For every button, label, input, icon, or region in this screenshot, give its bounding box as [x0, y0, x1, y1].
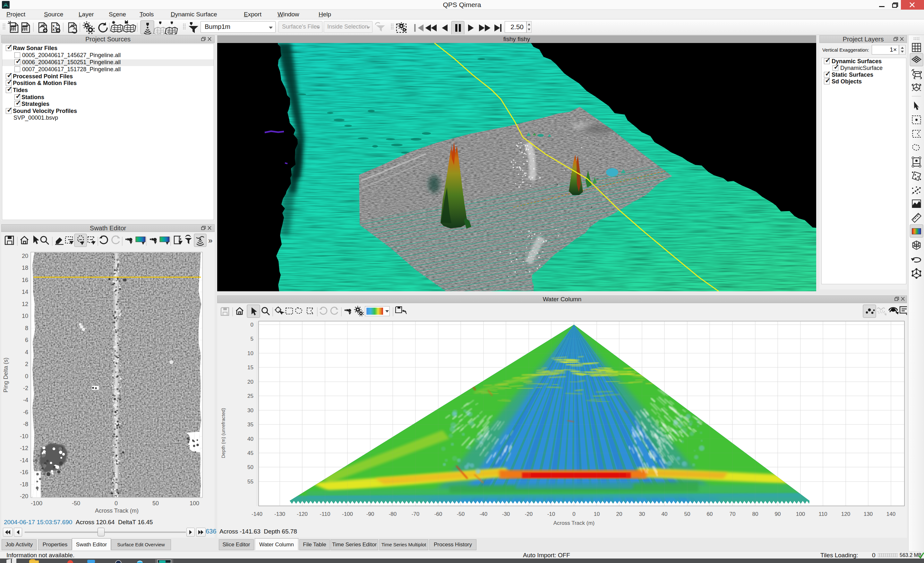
svg-text:-14: -14 — [20, 457, 28, 464]
svg-text:20: 20 — [616, 511, 622, 517]
svg-text:16: 16 — [22, 277, 28, 283]
svg-text:0: 0 — [572, 511, 575, 517]
svg-text:-10: -10 — [548, 511, 555, 517]
svg-text:-50: -50 — [72, 500, 80, 506]
svg-text:-6: -6 — [23, 409, 28, 415]
svg-text:-110: -110 — [320, 511, 330, 517]
svg-text:0: 0 — [25, 373, 28, 379]
svg-text:-140: -140 — [252, 511, 262, 517]
svg-text:-50: -50 — [457, 511, 465, 517]
svg-text:-80: -80 — [389, 511, 397, 517]
svg-text:-12: -12 — [20, 445, 28, 451]
svg-text:70: 70 — [730, 511, 736, 517]
svg-text:100: 100 — [190, 500, 199, 506]
svg-text:-20: -20 — [20, 493, 28, 500]
svg-text:80: 80 — [752, 511, 759, 517]
svg-text:-60: -60 — [434, 511, 442, 517]
svg-text:40: 40 — [248, 436, 254, 442]
svg-text:-10: -10 — [20, 433, 28, 440]
svg-text:Depth (m) (unrefracted): Depth (m) (unrefracted) — [220, 408, 226, 458]
svg-text:0: 0 — [114, 500, 118, 506]
svg-text:-30: -30 — [502, 511, 510, 517]
svg-text:-90: -90 — [366, 511, 374, 517]
svg-text:-70: -70 — [412, 511, 420, 517]
svg-text:20: 20 — [22, 253, 28, 259]
svg-text:-4: -4 — [23, 397, 28, 403]
svg-text:Across Track (m): Across Track (m) — [95, 508, 139, 514]
svg-text:20: 20 — [248, 379, 254, 385]
svg-text:30: 30 — [639, 511, 645, 517]
svg-text:0: 0 — [250, 322, 254, 328]
svg-text:5: 5 — [250, 336, 254, 342]
svg-text:15: 15 — [248, 364, 254, 370]
svg-text:Ping Delta (s): Ping Delta (s) — [3, 357, 9, 392]
svg-text:120: 120 — [841, 511, 850, 517]
svg-text:8: 8 — [25, 325, 28, 331]
svg-text:-100: -100 — [31, 500, 42, 506]
svg-text:40: 40 — [662, 511, 668, 517]
svg-text:6: 6 — [25, 337, 28, 343]
svg-text:-8: -8 — [23, 421, 28, 427]
svg-text:90: 90 — [775, 511, 781, 517]
svg-text:18: 18 — [22, 265, 28, 271]
svg-text:-16: -16 — [20, 469, 28, 475]
svg-text:50: 50 — [152, 500, 159, 506]
svg-text:-18: -18 — [20, 481, 28, 488]
svg-text:Across Track (m): Across Track (m) — [554, 520, 594, 526]
svg-text:10: 10 — [22, 313, 28, 319]
svg-text:4: 4 — [25, 349, 28, 355]
svg-text:25: 25 — [248, 393, 254, 399]
svg-text:10: 10 — [594, 511, 600, 517]
svg-text:-130: -130 — [274, 511, 285, 517]
svg-text:-100: -100 — [342, 511, 353, 517]
svg-text:-40: -40 — [480, 511, 488, 517]
svg-text:45: 45 — [248, 450, 254, 456]
svg-text:30: 30 — [248, 407, 254, 413]
svg-text:12: 12 — [22, 301, 28, 307]
svg-text:55: 55 — [248, 479, 254, 485]
svg-text:-120: -120 — [297, 511, 308, 517]
svg-text:14: 14 — [22, 289, 28, 295]
svg-text:60: 60 — [707, 511, 713, 517]
svg-text:-20: -20 — [525, 511, 533, 517]
svg-text:100: 100 — [796, 511, 805, 517]
svg-text:35: 35 — [248, 422, 254, 428]
svg-text:x: x — [52, 27, 55, 32]
svg-text:10: 10 — [248, 350, 254, 356]
svg-text:140: 140 — [886, 511, 896, 517]
svg-text:130: 130 — [864, 511, 873, 517]
svg-text:-2: -2 — [23, 385, 28, 391]
svg-text:110: 110 — [819, 511, 827, 517]
svg-text:2: 2 — [25, 361, 28, 367]
svg-text:50: 50 — [684, 511, 690, 517]
svg-text:50: 50 — [248, 464, 254, 470]
